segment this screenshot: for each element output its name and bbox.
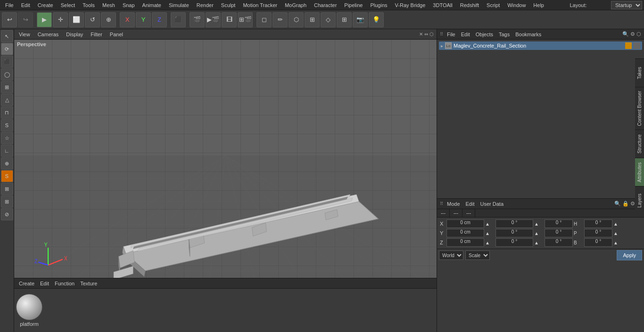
cube-button[interactable]: ⬛ [171, 12, 186, 27]
object-expand-icon[interactable]: ▸ [441, 43, 443, 49]
y-rot-arrow[interactable]: ▲ [534, 231, 544, 236]
lt-sphere[interactable]: ◯ [1, 68, 13, 81]
vp-lock-icon[interactable]: ✕ [419, 32, 423, 37]
bot-menu-edit[interactable]: Edit [38, 280, 51, 287]
vp-expand-icon[interactable]: ⬡ [429, 32, 434, 37]
attr-lock-icon[interactable]: 🔒 [622, 201, 629, 207]
objects-search-icon[interactable]: 🔍 [622, 31, 629, 37]
lt-tool7[interactable]: S [1, 119, 13, 131]
lt-select[interactable]: ↖ [1, 30, 13, 42]
menu-mograph[interactable]: MoGraph [281, 1, 310, 9]
attr-tab-coord[interactable]: --- [450, 209, 462, 217]
vp-menu-cameras[interactable]: Cameras [36, 31, 61, 38]
move-button[interactable]: ✛ [53, 12, 68, 27]
z-rot-arrow[interactable]: ▲ [534, 240, 544, 245]
redo-button[interactable]: ↪ [18, 12, 33, 27]
attr-tab-basic[interactable]: --- [437, 209, 450, 217]
attr-menu-mode[interactable]: Mode [445, 200, 462, 208]
cube-primitive-button[interactable]: ◻ [256, 12, 272, 27]
lt-tool9[interactable]: ∟ [1, 145, 13, 157]
attr-tab-object[interactable]: --- [462, 209, 475, 217]
vp-menu-panel[interactable]: Panel [108, 31, 125, 38]
object-tag-2[interactable] [634, 42, 640, 49]
attr-menu-userdata[interactable]: User Data [479, 200, 506, 208]
menu-help[interactable]: Help [530, 1, 547, 9]
camera-button[interactable]: 📷 [353, 12, 368, 27]
b-val-field[interactable]: 0 ° [584, 238, 612, 247]
vp-menu-filter[interactable]: Filter [89, 31, 104, 38]
lt-tool6[interactable]: ⊓ [1, 106, 13, 119]
b-field[interactable]: 0 ° [545, 238, 573, 247]
rotate-button[interactable]: ↺ [85, 12, 100, 27]
scale-select[interactable]: Scale [465, 251, 490, 260]
h-arrow[interactable]: ▲ [613, 221, 623, 227]
lt-tool8[interactable]: ☆ [1, 132, 13, 144]
menu-animate[interactable]: Animate [139, 1, 165, 9]
lt-tool12[interactable]: ⊞ [1, 183, 13, 195]
layout-select[interactable]: Startup [611, 1, 642, 9]
menu-motion-tracker[interactable]: Motion Tracker [239, 1, 281, 9]
obj-menu-edit[interactable]: Edit [459, 31, 472, 38]
bot-menu-texture[interactable]: Texture [78, 280, 99, 287]
takes-tab[interactable]: Takes [635, 58, 644, 87]
menu-vray[interactable]: V-Ray Bridge [392, 1, 429, 9]
obj-menu-file[interactable]: File [445, 31, 457, 38]
transform-button[interactable]: ⊕ [101, 12, 116, 27]
menu-snap[interactable]: Snap [119, 1, 138, 9]
y-rot-field[interactable]: 0 ° [495, 229, 533, 237]
x-pos-arrow[interactable]: ▲ [485, 221, 495, 227]
menu-render[interactable]: Render [193, 1, 217, 9]
lt-tool5[interactable]: △ [1, 94, 13, 106]
render-active-button[interactable]: ▶🎬 [206, 12, 221, 27]
menu-script[interactable]: Script [483, 1, 503, 9]
p-arrow[interactable]: ▲ [613, 231, 623, 236]
menu-simulate[interactable]: Simulate [165, 1, 192, 9]
y-axis-button[interactable]: Y [136, 12, 151, 27]
objects-settings-icon[interactable]: ⚙ [630, 31, 635, 37]
z-axis-button[interactable]: Z [152, 12, 167, 27]
bot-menu-function[interactable]: Function [53, 280, 76, 287]
vp-menu-view[interactable]: View [17, 31, 32, 38]
scale-button[interactable]: ⬜ [69, 12, 84, 27]
object-item-maglev[interactable]: ▸ Lo Maglev_Concrete_Rail_Section [439, 41, 642, 50]
p-val-field[interactable]: 0 ° [584, 229, 612, 237]
material-item[interactable]: platform [16, 294, 42, 327]
lt-camera2[interactable]: ⊞ [1, 81, 13, 93]
lt-cube[interactable]: ⬛ [1, 56, 13, 68]
attr-menu-edit[interactable]: Edit [464, 200, 477, 208]
menu-tools[interactable]: Tools [79, 1, 98, 9]
y-pos-arrow[interactable]: ▲ [485, 231, 495, 236]
menu-mesh[interactable]: Mesh [99, 1, 118, 9]
object-tag-1[interactable] [625, 42, 632, 49]
apply-button[interactable]: Apply [617, 250, 642, 260]
attr-search-icon[interactable]: 🔍 [614, 201, 621, 207]
render-all-button[interactable]: 🎞 [222, 12, 237, 27]
objects-expand-icon[interactable]: ⬡ [636, 31, 641, 37]
lt-tool11[interactable]: S [1, 170, 13, 182]
lt-tool13[interactable]: ⊞ [1, 195, 13, 208]
menu-redshift[interactable]: Redshift [457, 1, 482, 9]
lt-tool14[interactable]: ⊘ [1, 208, 13, 220]
viewport-canvas[interactable]: X Y Z Perspective Grid Spacing : 1000 cm [14, 40, 437, 278]
layers-tab[interactable]: Layers [635, 186, 644, 214]
h-val-field[interactable]: 0 ° [584, 219, 612, 228]
menu-character[interactable]: Character [311, 1, 340, 9]
x-rot-arrow[interactable]: ▲ [534, 221, 544, 227]
deform-button[interactable]: ⬡ [289, 12, 304, 27]
z-pos-arrow[interactable]: ▲ [485, 240, 495, 245]
lt-tool10[interactable]: ⊕ [1, 157, 13, 170]
menu-3dtoall[interactable]: 3DTOAll [429, 1, 455, 9]
world-select[interactable]: World [439, 251, 463, 260]
bot-menu-create[interactable]: Create [17, 280, 36, 287]
shader-button[interactable]: ◇ [321, 12, 336, 27]
vp-menu-display[interactable]: Display [64, 31, 85, 38]
light-button[interactable]: 💡 [369, 12, 384, 27]
content-browser-tab[interactable]: Content Browser [635, 87, 644, 130]
menu-file[interactable]: File [2, 1, 17, 9]
menu-create[interactable]: Create [34, 1, 57, 9]
select-mode-button[interactable]: ▶ [37, 12, 52, 27]
p-field[interactable]: 0 ° [545, 229, 573, 237]
z-pos-field[interactable]: 0 cm [446, 238, 484, 247]
menu-select[interactable]: Select [58, 1, 79, 9]
render-region-button[interactable]: 🎬 [190, 12, 205, 27]
